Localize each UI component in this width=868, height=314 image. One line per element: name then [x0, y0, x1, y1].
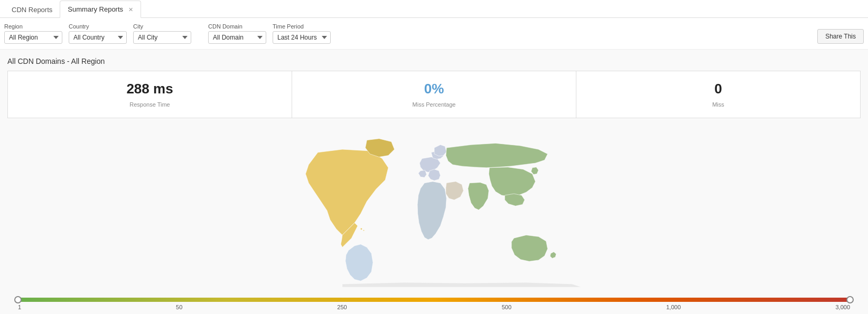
tab-close-icon[interactable]: ✕ — [128, 6, 133, 13]
country-filter-group: Country All Country — [69, 23, 127, 44]
content-area: All CDN Domains - All Region 288 ms Resp… — [0, 50, 868, 314]
legend-label-250: 250 — [337, 304, 347, 310]
city-select[interactable]: All City — [133, 31, 191, 44]
svg-point-0 — [360, 228, 362, 230]
city-label: City — [133, 23, 191, 30]
country-label: Country — [69, 23, 127, 30]
svg-point-1 — [363, 230, 364, 231]
legend-labels: 1 50 250 500 1,000 3,000 — [18, 304, 850, 310]
response-time-label: Response Time — [129, 101, 170, 108]
cdn-domain-select[interactable]: All Domain — [208, 31, 266, 44]
miss-percentage-value: 0% — [297, 81, 571, 97]
legend-label-500: 500 — [502, 304, 511, 310]
time-period-filter-group: Time Period Last 24 Hours — [273, 23, 331, 44]
tab-summary-reports[interactable]: Summary Reports ✕ — [60, 1, 141, 18]
miss-label: Miss — [712, 101, 724, 108]
country-select[interactable]: All Country — [69, 31, 127, 44]
map-container — [7, 129, 861, 298]
stats-row: 288 ms Response Time 0% Miss Percentage … — [7, 71, 861, 118]
legend-label-1000: 1,000 — [666, 304, 681, 310]
region-select[interactable]: All Region — [4, 31, 62, 44]
legend-min-handle[interactable] — [14, 296, 22, 303]
miss-percentage-label: Miss Percentage — [413, 101, 456, 108]
time-period-select[interactable]: Last 24 Hours — [273, 31, 331, 44]
miss-value: 0 — [582, 81, 855, 97]
region-filter-group: Region All Region — [4, 23, 62, 44]
stat-miss-percentage: 0% Miss Percentage — [292, 71, 576, 118]
cdn-domain-filter-group: CDN Domain All Domain — [208, 23, 266, 44]
tabs-bar: CDN Reports Summary Reports ✕ — [0, 0, 868, 18]
section-title: All CDN Domains - All Region — [7, 57, 861, 65]
stat-response-time: 288 ms Response Time — [8, 71, 292, 118]
legend-label-50: 50 — [176, 304, 182, 310]
region-label: Region — [4, 23, 62, 30]
legend-bar-container: 1 50 250 500 1,000 3,000 — [7, 298, 861, 314]
legend-label-1: 1 — [18, 304, 21, 310]
legend-max-handle[interactable] — [846, 296, 854, 303]
world-map — [281, 134, 587, 287]
time-period-label: Time Period — [273, 23, 331, 30]
city-filter-group: City All City — [133, 23, 191, 44]
response-time-value: 288 ms — [13, 81, 286, 97]
legend-gradient — [18, 298, 850, 302]
filters-bar: Region All Region Country All Country Ci… — [0, 18, 868, 50]
cdn-domain-label: CDN Domain — [208, 23, 266, 30]
share-button[interactable]: Share This — [817, 29, 864, 44]
stat-miss: 0 Miss — [576, 71, 860, 118]
tab-cdn-reports[interactable]: CDN Reports — [4, 2, 60, 18]
legend-label-3000: 3,000 — [835, 304, 850, 310]
